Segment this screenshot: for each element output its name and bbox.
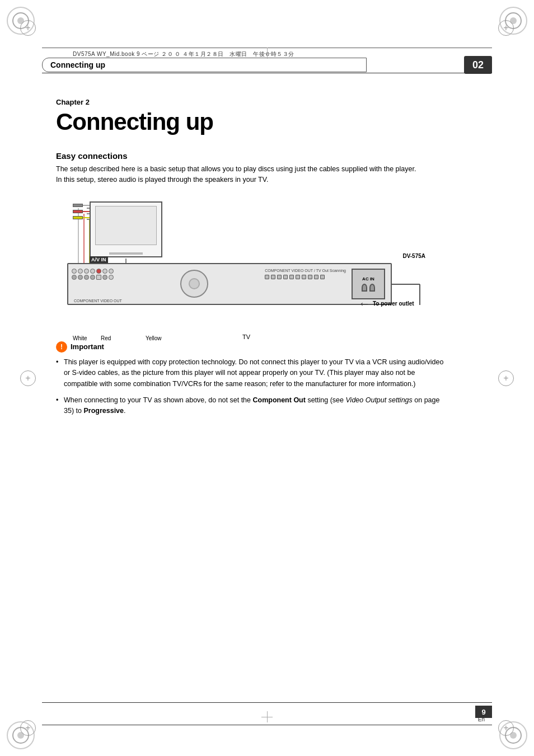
important-section: ! Important This player is equipped with… (56, 341, 448, 417)
warning-icon: ! (56, 341, 67, 353)
easy-connections-title: Easy connections (56, 151, 478, 161)
cross-mark-bm (261, 711, 273, 722)
power-label: To power outlet (373, 300, 414, 307)
reg-mark-mr (498, 370, 514, 386)
important-item-1: This player is equipped with copy protec… (56, 357, 448, 389)
header-bottom-bar (42, 73, 492, 73)
wire-yellow-label: Yellow (146, 335, 162, 341)
dvd-device-diagram: COMPONENT VIDEO OUT / TV Out Scanning AC… (67, 263, 392, 305)
comp-video-out-label: COMPONENT VIDEO OUT (74, 299, 122, 303)
power-outlet-area: ← To power outlet (358, 297, 414, 311)
wire-white-label: White (73, 335, 87, 341)
header-title-box: Connecting up (42, 58, 367, 72)
av-in-label: A/V IN (90, 256, 108, 263)
reg-mark-bl (20, 720, 36, 736)
important-title: Important (71, 342, 104, 351)
important-header: ! Important (56, 341, 448, 353)
page-title: Connecting up (56, 109, 478, 135)
easy-connections-body: The setup described here is a basic setu… (56, 164, 420, 186)
tv-screen (95, 206, 157, 245)
tv-diagram (90, 201, 162, 257)
chapter-badge: 02 (464, 56, 492, 74)
cross-mark-tm (261, 48, 273, 59)
bottom-rule-2 (42, 725, 492, 725)
page-lang: En (478, 716, 485, 722)
header-title-text: Connecting up (50, 60, 105, 69)
wire-red-label: Red (101, 335, 111, 341)
important-item-2: When connecting to your TV as shown abov… (56, 395, 448, 417)
main-content: Chapter 2 Connecting up Easy connections… (56, 81, 478, 422)
ac-in-label: AC IN (362, 276, 374, 281)
important-list: This player is equipped with copy protec… (56, 357, 448, 417)
component-video-label: COMPONENT VIDEO OUT / TV Out Scanning (265, 269, 346, 273)
reg-mark-br (498, 720, 514, 736)
connection-diagram: TV A/V IN (56, 196, 437, 330)
reg-mark-ml (20, 370, 36, 386)
reg-mark-tl (20, 20, 36, 36)
bottom-rule-1 (42, 702, 492, 703)
reg-mark-tr (498, 20, 514, 36)
dvd-device-name-label: DV-575A (402, 253, 425, 259)
chapter-label: Chapter 2 (56, 98, 478, 106)
tv-label: TV (242, 334, 250, 340)
